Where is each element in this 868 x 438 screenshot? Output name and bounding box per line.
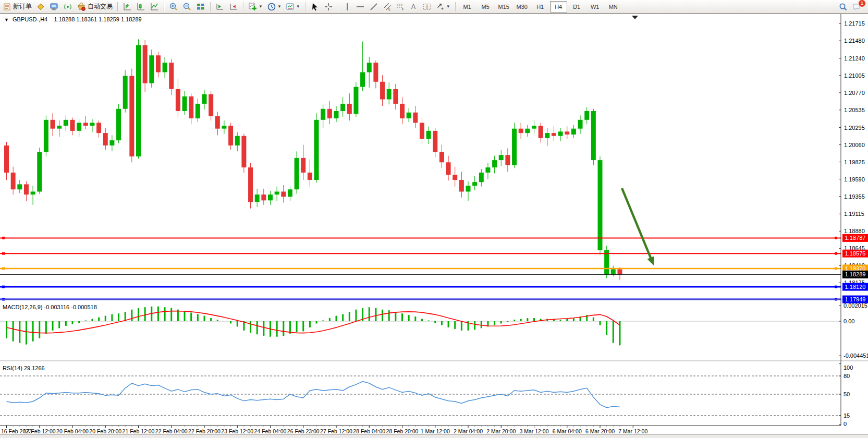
chevron-down-icon: ▼ [446,4,450,9]
timeframe-button-D1[interactable]: D1 [568,1,585,13]
fibonacci-tool-button[interactable]: F [395,1,407,13]
time-tick-label: 28 Feb 20:00 [386,428,419,434]
timeframe-button-W1[interactable]: W1 [586,1,604,13]
candle [4,145,9,173]
level-lines-layer [0,237,841,301]
candle [552,133,556,136]
candle [598,160,603,250]
chevron-down-icon: ▼ [259,4,263,9]
chart-canvas[interactable]: 1.217151.214801.212401.210051.207701.205… [0,14,868,435]
signals-button[interactable] [62,1,74,13]
candle [407,113,411,118]
line-handle[interactable] [2,237,5,239]
line-handle[interactable] [835,298,837,301]
time-tick-label: 7 Mar 12:00 [618,428,647,434]
line-handle[interactable] [2,267,5,270]
chart-shift-button[interactable] [227,1,240,13]
line-handle[interactable] [835,286,837,288]
toolbar-separator [210,2,211,11]
candle [176,89,180,111]
line-handle[interactable] [2,252,5,255]
macd-tick-label: -0.004451 [843,352,868,359]
zoom-in-button[interactable] [167,1,180,13]
candle [248,167,253,202]
toolbar-separator [243,2,243,11]
indicators-button[interactable]: ▼ [247,1,264,13]
cursor-tool-button[interactable] [309,1,321,13]
label-tool-button[interactable]: T [421,1,433,13]
time-tick-label: 27 Feb 12:00 [320,428,352,434]
price-tick-label: 1.20295 [844,125,865,131]
chart-ohlc-values: 1.18288 1.18361 1.18259 1.18289 [54,16,141,22]
chart-shift-marker[interactable] [632,16,638,19]
mt4-terminal: { "toolbar": { "new_order_label": "新订单",… [0,0,868,438]
line-handle[interactable] [2,298,5,301]
timeframe-button-M15[interactable]: M15 [495,1,512,13]
candle [11,173,16,189]
candle [373,63,378,82]
zoom-out-icon [182,2,192,11]
line-handle[interactable] [2,286,5,288]
gold-diamond-icon [36,2,45,11]
candle [512,129,517,165]
line-handle[interactable] [835,252,837,255]
candle [136,45,141,156]
periods-button[interactable]: ▼ [265,1,283,13]
search-button[interactable] [837,1,849,13]
crosshair-icon [324,2,333,11]
vertical-line-tool-button[interactable] [341,1,353,13]
toolbar-separator [117,2,118,11]
time-tick-label: 20 Feb 04:00 [56,428,89,434]
gold-diamond-button[interactable] [34,1,47,13]
new-order-button[interactable]: 新订单 [2,1,33,13]
notifications-button[interactable]: 1 [850,1,863,13]
timeframe-button-MN[interactable]: MN [605,1,622,13]
line-handle[interactable] [835,237,837,239]
time-tick-label: 26 Feb 23:00 [287,428,320,434]
candle [591,111,596,160]
candle [77,123,81,130]
auto-trading-button[interactable]: 自动交易 [75,1,114,13]
timeframe-button-H4[interactable]: H4 [550,1,567,13]
toolbar-right-group: 1 [836,1,864,13]
template-chart-icon [286,2,295,11]
candlestick-icon [136,2,145,11]
tile-windows-button[interactable] [194,1,207,13]
channel-tool-button[interactable]: E [381,1,394,13]
timeframe-button-M1[interactable]: M1 [459,1,476,13]
candle [57,126,62,129]
templates-button[interactable]: ▼ [284,1,302,13]
arrows-tool-button[interactable]: ▼ [434,1,452,13]
timeframe-button-M5[interactable]: M5 [477,1,494,13]
candle [334,111,339,118]
candle [367,63,372,72]
crosshair-tool-button[interactable] [322,1,335,13]
candle [578,120,583,129]
price-tick-label: 1.21715 [844,20,865,27]
candle [505,155,510,165]
time-tick-label: 17 Feb 12:00 [23,428,56,434]
macd-signal-line [7,311,620,333]
cursor-arrow-icon [310,2,320,11]
bar-chart-mode-button[interactable] [121,1,133,13]
candle [611,269,616,274]
candlestick-mode-button[interactable] [135,1,147,13]
zoom-out-button[interactable] [181,1,193,13]
auto-scroll-button[interactable] [214,1,226,13]
terminal-monitor-button[interactable] [48,1,60,13]
auto-scroll-icon [215,2,225,11]
trendline-tool-button[interactable] [368,1,380,13]
candle [31,191,35,194]
line-handle[interactable] [835,267,837,270]
candle [565,131,569,135]
candle [393,89,398,104]
horizontal-line-tool-button[interactable] [354,1,366,13]
timeframe-button-H1[interactable]: H1 [532,1,549,13]
candle [420,123,424,139]
timeframe-button-M30[interactable]: M30 [514,1,531,13]
text-tool-button[interactable]: A [408,1,420,13]
notification-badge: 1 [858,0,866,7]
line-chart-mode-button[interactable] [148,1,161,13]
bottom-status-strip [0,434,868,438]
chart-window[interactable]: ▼ GBPUSD-,H4 1.18288 1.18361 1.18259 1.1… [0,14,868,435]
